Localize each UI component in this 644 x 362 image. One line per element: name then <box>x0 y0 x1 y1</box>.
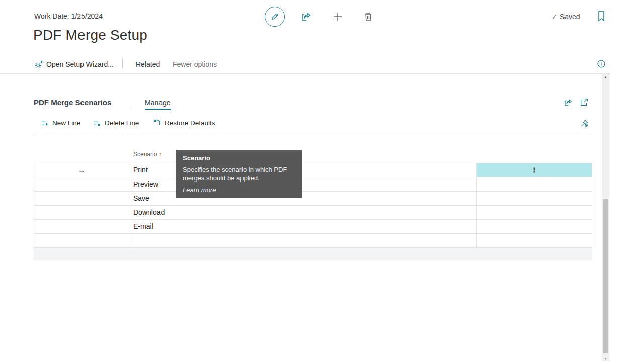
column-header-scenario[interactable]: Scenario ↑ <box>133 151 162 158</box>
table-row: Preview <box>34 177 592 192</box>
learn-more-link[interactable]: Learn more <box>183 186 295 194</box>
row-indicator-cell[interactable] <box>34 192 129 205</box>
check-icon: ✓ <box>552 13 557 21</box>
row-indicator-cell[interactable] <box>34 234 129 247</box>
new-line-button[interactable]: New Line <box>40 119 80 127</box>
share-button[interactable] <box>300 11 312 23</box>
delete-line-icon <box>93 119 101 127</box>
popout-icon <box>580 98 589 107</box>
part-share-button[interactable] <box>563 98 573 107</box>
restore-defaults-icon <box>152 119 161 127</box>
more-options-icon[interactable]: ⋮ <box>531 167 538 173</box>
scroll-down-icon[interactable]: ▼ <box>602 357 609 360</box>
delete-line-button[interactable]: Delete Line <box>93 119 139 127</box>
table-row: E-mail <box>34 220 592 234</box>
extra-cell[interactable] <box>476 220 592 233</box>
share-icon <box>563 98 573 107</box>
tooltip-title: Scenario <box>183 154 295 162</box>
new-button[interactable] <box>332 11 344 23</box>
scenarios-table: → Print ⋮ Preview Save Download E-mail <box>34 163 592 248</box>
table-row: Download <box>34 206 592 220</box>
row-indicator-cell[interactable] <box>34 177 129 191</box>
pdf-merge-setup-page: Work Date: 1/25/2024 PDF Merge Setup <box>0 0 644 362</box>
current-row-arrow-icon: → <box>78 166 86 174</box>
work-date: Work Date: 1/25/2024 <box>34 12 103 20</box>
new-line-label: New Line <box>52 119 80 127</box>
bookmark-icon <box>597 10 605 22</box>
edit-button[interactable] <box>265 7 285 27</box>
sort-ascending-icon: ↑ <box>159 151 162 158</box>
new-line-icon <box>40 119 49 127</box>
pencil-icon <box>270 12 279 21</box>
restore-defaults-button[interactable]: Restore Defaults <box>152 119 215 127</box>
toolbar-border <box>34 134 592 134</box>
table-row: Save <box>34 192 592 206</box>
pin-off-icon <box>580 119 589 128</box>
tooltip-body: Specifies the scenario in which PDF merg… <box>183 165 295 183</box>
open-in-new-window-button[interactable] <box>580 98 589 107</box>
action-bar-divider <box>122 58 123 69</box>
table-footer-strip <box>34 248 592 260</box>
table-row: → Print ⋮ <box>34 163 592 177</box>
scrollbar-thumb[interactable] <box>603 199 608 353</box>
open-setup-wizard-action[interactable]: Open Setup Wizard... <box>46 60 114 68</box>
scenario-cell[interactable] <box>129 234 476 247</box>
plus-icon <box>332 11 344 23</box>
row-indicator-cell[interactable] <box>34 206 129 219</box>
fewer-options-action[interactable]: Fewer options <box>173 60 217 68</box>
restore-defaults-label: Restore Defaults <box>165 119 215 127</box>
save-status-label: Saved <box>560 13 580 21</box>
extra-cell[interactable] <box>476 206 592 219</box>
save-status: ✓ Saved <box>552 13 580 21</box>
related-menu[interactable]: Related <box>136 60 160 68</box>
selected-cell[interactable]: ⋮ <box>476 163 592 177</box>
part-divider <box>131 97 131 108</box>
unpin-button[interactable] <box>580 119 589 128</box>
vertical-scrollbar[interactable]: ▲ ▼ <box>602 74 609 361</box>
trash-icon <box>362 11 374 23</box>
scroll-up-icon[interactable]: ▲ <box>602 75 609 79</box>
extra-cell[interactable] <box>476 177 592 191</box>
share-icon <box>300 11 312 23</box>
scenario-cell[interactable]: E-mail <box>129 220 476 233</box>
action-bar-border <box>0 73 610 74</box>
row-indicator-cell[interactable]: → <box>34 163 129 177</box>
extra-cell[interactable] <box>476 192 592 205</box>
setup-wizard-icon <box>34 60 44 69</box>
row-indicator-cell[interactable] <box>34 220 129 233</box>
page-title: PDF Merge Setup <box>33 27 147 43</box>
info-icon <box>597 60 605 68</box>
delete-button[interactable] <box>362 11 374 23</box>
info-button[interactable] <box>597 60 605 68</box>
field-tooltip: Scenario Specifies the scenario in which… <box>176 150 302 198</box>
delete-line-label: Delete Line <box>105 119 139 127</box>
part-title: PDF Merge Scenarios <box>34 98 111 107</box>
table-row <box>34 234 592 248</box>
scenario-cell[interactable]: Download <box>129 206 476 219</box>
extra-cell[interactable] <box>476 234 592 247</box>
tab-manage[interactable]: Manage <box>145 99 171 110</box>
bookmark-button[interactable] <box>597 10 605 22</box>
